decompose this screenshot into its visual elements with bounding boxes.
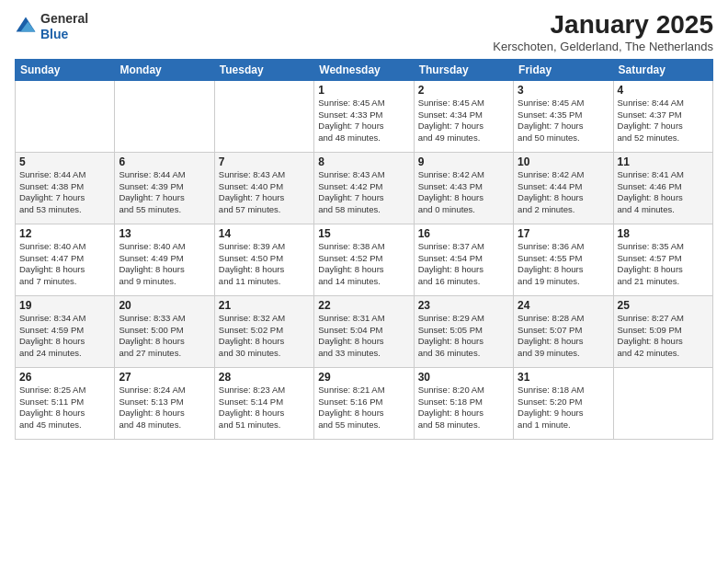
day-number: 31 bbox=[518, 371, 609, 384]
day-number: 21 bbox=[219, 299, 310, 312]
day-info: Sunrise: 8:44 AM Sunset: 4:39 PM Dayligh… bbox=[119, 169, 210, 216]
day-number: 30 bbox=[418, 371, 509, 384]
day-info: Sunrise: 8:40 AM Sunset: 4:47 PM Dayligh… bbox=[19, 241, 110, 288]
day-info: Sunrise: 8:38 AM Sunset: 4:52 PM Dayligh… bbox=[318, 241, 409, 288]
day-number: 26 bbox=[19, 371, 110, 384]
calendar-cell: 23Sunrise: 8:29 AM Sunset: 5:05 PM Dayli… bbox=[414, 295, 513, 367]
day-info: Sunrise: 8:35 AM Sunset: 4:57 PM Dayligh… bbox=[618, 241, 709, 288]
day-number: 5 bbox=[19, 155, 110, 168]
day-info: Sunrise: 8:31 AM Sunset: 5:04 PM Dayligh… bbox=[318, 313, 409, 360]
calendar-cell: 12Sunrise: 8:40 AM Sunset: 4:47 PM Dayli… bbox=[16, 224, 115, 295]
day-number: 7 bbox=[219, 155, 310, 168]
calendar-cell bbox=[214, 80, 313, 152]
calendar-cell: 4Sunrise: 8:44 AM Sunset: 4:37 PM Daylig… bbox=[613, 80, 712, 152]
calendar-cell: 16Sunrise: 8:37 AM Sunset: 4:54 PM Dayli… bbox=[414, 224, 513, 295]
calendar-cell: 30Sunrise: 8:20 AM Sunset: 5:18 PM Dayli… bbox=[414, 367, 513, 439]
header: General Blue January 2025 Kerschoten, Ge… bbox=[15, 11, 713, 53]
day-info: Sunrise: 8:45 AM Sunset: 4:34 PM Dayligh… bbox=[418, 98, 509, 144]
day-info: Sunrise: 8:36 AM Sunset: 4:55 PM Dayligh… bbox=[518, 241, 609, 288]
calendar-cell: 7Sunrise: 8:43 AM Sunset: 4:40 PM Daylig… bbox=[214, 152, 313, 224]
day-number: 16 bbox=[418, 227, 509, 240]
day-info: Sunrise: 8:39 AM Sunset: 4:50 PM Dayligh… bbox=[219, 241, 310, 288]
day-number: 9 bbox=[418, 155, 509, 168]
calendar-cell: 28Sunrise: 8:23 AM Sunset: 5:14 PM Dayli… bbox=[214, 367, 313, 439]
day-info: Sunrise: 8:34 AM Sunset: 4:59 PM Dayligh… bbox=[19, 313, 110, 360]
calendar-cell: 18Sunrise: 8:35 AM Sunset: 4:57 PM Dayli… bbox=[613, 224, 712, 295]
calendar-week-row: 1Sunrise: 8:45 AM Sunset: 4:33 PM Daylig… bbox=[16, 80, 713, 152]
day-info: Sunrise: 8:42 AM Sunset: 4:43 PM Dayligh… bbox=[418, 169, 509, 216]
calendar-cell: 25Sunrise: 8:27 AM Sunset: 5:09 PM Dayli… bbox=[613, 295, 712, 367]
calendar-cell: 26Sunrise: 8:25 AM Sunset: 5:11 PM Dayli… bbox=[16, 367, 115, 439]
day-number: 19 bbox=[19, 299, 110, 312]
calendar-week-row: 19Sunrise: 8:34 AM Sunset: 4:59 PM Dayli… bbox=[16, 295, 713, 367]
calendar-cell: 20Sunrise: 8:33 AM Sunset: 5:00 PM Dayli… bbox=[115, 295, 214, 367]
location: Kerschoten, Gelderland, The Netherlands bbox=[493, 40, 713, 53]
month-title: January 2025 bbox=[493, 11, 713, 40]
calendar-cell: 22Sunrise: 8:31 AM Sunset: 5:04 PM Dayli… bbox=[314, 295, 414, 367]
day-number: 28 bbox=[219, 371, 310, 384]
weekday-header-cell: Thursday bbox=[414, 59, 513, 80]
weekday-header-cell: Sunday bbox=[16, 59, 115, 80]
page: General Blue January 2025 Kerschoten, Ge… bbox=[0, 0, 728, 563]
calendar-cell: 5Sunrise: 8:44 AM Sunset: 4:38 PM Daylig… bbox=[16, 152, 115, 224]
day-info: Sunrise: 8:18 AM Sunset: 5:20 PM Dayligh… bbox=[518, 385, 609, 431]
day-number: 4 bbox=[618, 84, 709, 97]
weekday-header-cell: Saturday bbox=[613, 59, 712, 80]
calendar-cell bbox=[115, 80, 214, 152]
day-info: Sunrise: 8:23 AM Sunset: 5:14 PM Dayligh… bbox=[219, 385, 310, 431]
day-info: Sunrise: 8:41 AM Sunset: 4:46 PM Dayligh… bbox=[618, 169, 709, 216]
calendar-cell: 6Sunrise: 8:44 AM Sunset: 4:39 PM Daylig… bbox=[115, 152, 214, 224]
calendar-cell: 8Sunrise: 8:43 AM Sunset: 4:42 PM Daylig… bbox=[314, 152, 414, 224]
day-number: 1 bbox=[318, 84, 409, 97]
weekday-header-cell: Wednesday bbox=[314, 59, 414, 80]
calendar-cell: 2Sunrise: 8:45 AM Sunset: 4:34 PM Daylig… bbox=[414, 80, 513, 152]
day-number: 11 bbox=[618, 155, 709, 168]
day-info: Sunrise: 8:33 AM Sunset: 5:00 PM Dayligh… bbox=[119, 313, 210, 360]
day-info: Sunrise: 8:37 AM Sunset: 4:54 PM Dayligh… bbox=[418, 241, 509, 288]
calendar-cell: 14Sunrise: 8:39 AM Sunset: 4:50 PM Dayli… bbox=[214, 224, 313, 295]
day-number: 27 bbox=[119, 371, 210, 384]
day-number: 8 bbox=[318, 155, 409, 168]
day-number: 14 bbox=[219, 227, 310, 240]
calendar-cell: 27Sunrise: 8:24 AM Sunset: 5:13 PM Dayli… bbox=[115, 367, 214, 439]
calendar-cell: 29Sunrise: 8:21 AM Sunset: 5:16 PM Dayli… bbox=[314, 367, 414, 439]
day-number: 18 bbox=[618, 227, 709, 240]
day-number: 25 bbox=[618, 299, 709, 312]
day-info: Sunrise: 8:42 AM Sunset: 4:44 PM Dayligh… bbox=[518, 169, 609, 216]
day-number: 29 bbox=[318, 371, 409, 384]
calendar-cell: 17Sunrise: 8:36 AM Sunset: 4:55 PM Dayli… bbox=[514, 224, 613, 295]
day-number: 12 bbox=[19, 227, 110, 240]
calendar-body: 1Sunrise: 8:45 AM Sunset: 4:33 PM Daylig… bbox=[16, 80, 713, 439]
calendar-cell: 10Sunrise: 8:42 AM Sunset: 4:44 PM Dayli… bbox=[514, 152, 613, 224]
title-block: January 2025 Kerschoten, Gelderland, The… bbox=[493, 11, 713, 53]
calendar-cell: 13Sunrise: 8:40 AM Sunset: 4:49 PM Dayli… bbox=[115, 224, 214, 295]
calendar-week-row: 5Sunrise: 8:44 AM Sunset: 4:38 PM Daylig… bbox=[16, 152, 713, 224]
calendar-week-row: 26Sunrise: 8:25 AM Sunset: 5:11 PM Dayli… bbox=[16, 367, 713, 439]
calendar-cell: 15Sunrise: 8:38 AM Sunset: 4:52 PM Dayli… bbox=[314, 224, 414, 295]
day-info: Sunrise: 8:24 AM Sunset: 5:13 PM Dayligh… bbox=[119, 385, 210, 431]
day-number: 2 bbox=[418, 84, 509, 97]
day-info: Sunrise: 8:20 AM Sunset: 5:18 PM Dayligh… bbox=[418, 385, 509, 431]
calendar-cell: 19Sunrise: 8:34 AM Sunset: 4:59 PM Dayli… bbox=[16, 295, 115, 367]
weekday-header-cell: Tuesday bbox=[214, 59, 313, 80]
day-number: 3 bbox=[518, 84, 609, 97]
day-info: Sunrise: 8:28 AM Sunset: 5:07 PM Dayligh… bbox=[518, 313, 609, 360]
weekday-header-row: SundayMondayTuesdayWednesdayThursdayFrid… bbox=[16, 59, 713, 80]
day-info: Sunrise: 8:43 AM Sunset: 4:42 PM Dayligh… bbox=[318, 169, 409, 216]
calendar-cell: 9Sunrise: 8:42 AM Sunset: 4:43 PM Daylig… bbox=[414, 152, 513, 224]
day-info: Sunrise: 8:44 AM Sunset: 4:38 PM Dayligh… bbox=[19, 169, 110, 216]
day-info: Sunrise: 8:27 AM Sunset: 5:09 PM Dayligh… bbox=[618, 313, 709, 360]
day-number: 24 bbox=[518, 299, 609, 312]
day-number: 6 bbox=[119, 155, 210, 168]
day-number: 15 bbox=[318, 227, 409, 240]
calendar-cell: 21Sunrise: 8:32 AM Sunset: 5:02 PM Dayli… bbox=[214, 295, 313, 367]
day-info: Sunrise: 8:29 AM Sunset: 5:05 PM Dayligh… bbox=[418, 313, 509, 360]
logo-general-text: General bbox=[40, 11, 88, 26]
calendar-cell: 3Sunrise: 8:45 AM Sunset: 4:35 PM Daylig… bbox=[514, 80, 613, 152]
day-number: 20 bbox=[119, 299, 210, 312]
day-number: 23 bbox=[418, 299, 509, 312]
day-info: Sunrise: 8:45 AM Sunset: 4:35 PM Dayligh… bbox=[518, 98, 609, 144]
calendar: SundayMondayTuesdayWednesdayThursdayFrid… bbox=[15, 59, 713, 440]
day-number: 22 bbox=[318, 299, 409, 312]
calendar-cell: 1Sunrise: 8:45 AM Sunset: 4:33 PM Daylig… bbox=[314, 80, 414, 152]
